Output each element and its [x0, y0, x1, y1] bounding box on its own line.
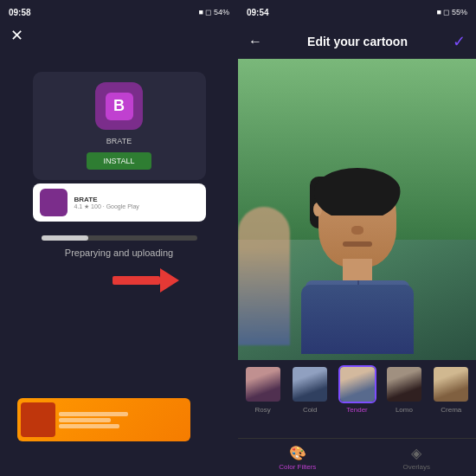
- filter-rosy[interactable]: Rosy: [241, 365, 284, 414]
- status-bar-left: 09:58 ■ ◻ 54%: [0, 0, 238, 24]
- filter-label-lomo: Lomo: [396, 406, 413, 414]
- filter-face-cold: [293, 367, 327, 402]
- filter-face-rosy: [246, 367, 280, 402]
- time-left: 09:58: [9, 8, 31, 17]
- filter-label-cold: Cold: [303, 406, 317, 414]
- filter-label-tender: Tender: [346, 406, 367, 414]
- filter-face-tender: [340, 367, 375, 402]
- app-icon-inner: B: [106, 93, 133, 120]
- battery-left: ■ ◻ 54%: [199, 8, 229, 16]
- ad-line-3: [59, 424, 119, 428]
- tab-overlays[interactable]: ◈ Overlays: [357, 445, 477, 471]
- left-person: [238, 207, 290, 345]
- filter-crema[interactable]: Crema: [430, 365, 473, 414]
- filter-label-crema: Crema: [441, 406, 461, 414]
- app-card: B BRATE INSTALL: [33, 72, 206, 180]
- progress-bar-fill: [42, 235, 88, 241]
- face-area: [301, 172, 414, 345]
- time-right: 09:54: [247, 8, 269, 17]
- status-bar-right: 09:54 ■ ◻ 55%: [238, 0, 476, 24]
- app-row-title: BRATE: [74, 196, 199, 203]
- face-hair: [314, 168, 401, 215]
- phone-right: 09:54 ■ ◻ 55% ← Edit your cartoon ✓: [238, 0, 476, 476]
- filter-thumb-cold: [291, 365, 329, 403]
- ad-banner: [17, 398, 190, 441]
- ad-text: [59, 412, 128, 428]
- cartoon-bg: [238, 59, 476, 360]
- status-icons-right: ■ ◻ 55%: [437, 8, 467, 16]
- back-button[interactable]: ←: [248, 34, 262, 49]
- app-icon: B: [95, 82, 143, 130]
- ad-line-1: [59, 412, 128, 416]
- close-button[interactable]: ✕: [10, 26, 23, 45]
- filter-thumb-tender: [338, 365, 376, 403]
- color-filters-icon: 🎨: [289, 445, 306, 461]
- battery-right: ■ ◻ 55%: [437, 8, 467, 16]
- arrow-container: [113, 268, 179, 293]
- ad-line-2: [59, 418, 111, 422]
- app-name: BRATE: [106, 137, 132, 145]
- filter-thumb-rosy: [244, 365, 282, 403]
- cartoon-image: [238, 59, 476, 360]
- tab-color-filters[interactable]: 🎨 Color Filters: [238, 445, 357, 471]
- overlays-icon: ◈: [411, 445, 421, 461]
- filter-bar: Rosy Cold Tender Lomo Crema: [238, 360, 476, 438]
- app-icon-letter: B: [113, 97, 125, 115]
- filter-face-crema: [434, 367, 468, 402]
- filter-cold[interactable]: Cold: [288, 365, 331, 414]
- tab-overlays-label: Overlays: [402, 463, 430, 471]
- bottom-tabs: 🎨 Color Filters ◈ Overlays: [238, 438, 476, 476]
- phone-left: 09:58 ■ ◻ 54% ✕ B BRATE INSTALL BRATE 4.…: [0, 0, 238, 476]
- filter-thumb-lomo: [385, 365, 423, 403]
- app-row-text: BRATE 4.1 ★ 100 · Google Play: [74, 196, 199, 210]
- app-row: BRATE 4.1 ★ 100 · Google Play: [33, 183, 206, 222]
- uploading-text: Preparying and uploading: [65, 248, 173, 258]
- face-body: [301, 285, 414, 354]
- install-button[interactable]: INSTALL: [87, 152, 152, 170]
- tab-color-filters-label: Color Filters: [279, 463, 316, 471]
- app-row-icon: [40, 189, 68, 216]
- page-title: Edit your cartoon: [307, 35, 408, 48]
- top-nav: ← Edit your cartoon ✓: [238, 24, 476, 59]
- filter-face-lomo: [387, 367, 421, 402]
- app-row-sub: 4.1 ★ 100 · Google Play: [74, 203, 199, 210]
- confirm-button[interactable]: ✓: [453, 32, 466, 51]
- filter-lomo[interactable]: Lomo: [383, 365, 425, 414]
- ad-thumb: [21, 402, 55, 437]
- status-icons-left: ■ ◻ 54%: [199, 8, 229, 16]
- filter-tender[interactable]: Tender: [336, 365, 378, 414]
- filter-label-rosy: Rosy: [255, 406, 271, 414]
- progress-bar-container: [42, 235, 197, 241]
- filter-thumb-crema: [432, 365, 470, 403]
